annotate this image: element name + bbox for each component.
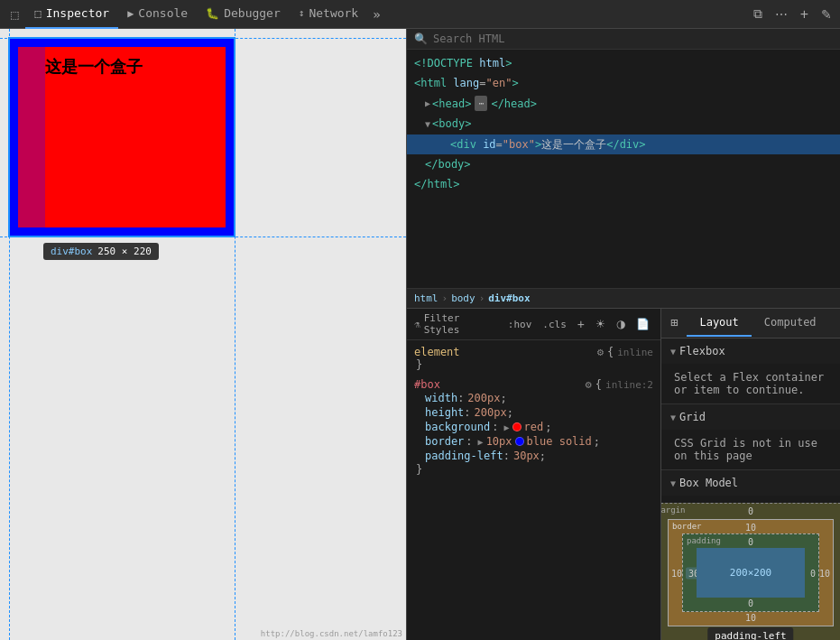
- element-size-badge: 250 × 220: [97, 246, 152, 257]
- grid-message: CSS Grid is not in use on this page: [674, 437, 817, 462]
- tab-layout[interactable]: Layout: [687, 310, 751, 337]
- flexbox-section: ▼ Flexbox Select a Flex container or ite…: [661, 339, 840, 404]
- margin-top-val[interactable]: 0: [748, 506, 753, 516]
- breadcrumb-divbox[interactable]: div#box: [488, 292, 530, 304]
- devtools-root: ⬚ ⬚ Inspector ▶ Console 🐛 Debugger ↕ Net…: [0, 0, 840, 640]
- flexbox-label: Flexbox: [679, 345, 725, 357]
- dark-mode-button[interactable]: ◑: [613, 316, 629, 332]
- rule-box: #box ⚙ { inline:2 width:200px;: [412, 378, 655, 476]
- watermark: http://blog.csdn.net/lamfo123: [261, 629, 402, 638]
- prop-border[interactable]: border: ▶ 10px blue solid ;: [412, 434, 655, 449]
- console-label: Console: [138, 6, 188, 20]
- background-expand-icon[interactable]: ▶: [503, 422, 509, 432]
- grid-body: CSS Grid is not in use on this page: [661, 430, 840, 469]
- prop-background[interactable]: background: ▶ red ;: [412, 420, 655, 434]
- breadcrumb-body[interactable]: body: [451, 292, 475, 304]
- prop-height[interactable]: height:200px;: [412, 405, 655, 420]
- bm-content-layer: 200×200: [697, 548, 805, 598]
- head-collapsed-icon: ⋯: [475, 96, 487, 111]
- padding-top-val[interactable]: 0: [748, 537, 753, 547]
- tree-line-html[interactable]: <html lang="en">: [407, 73, 840, 93]
- flexbox-header[interactable]: ▼ Flexbox: [661, 339, 840, 364]
- gear-icon[interactable]: ⚙: [597, 346, 604, 358]
- light-mode-button[interactable]: ☀: [592, 316, 609, 332]
- edit-button[interactable]: ✎: [817, 5, 836, 23]
- search-icon: 🔍: [414, 32, 428, 45]
- padding-right-val[interactable]: 0: [810, 568, 816, 578]
- grid-arrow-icon: ▼: [670, 413, 676, 422]
- tree-line-head[interactable]: ▶ <head> ⋯ </head>: [407, 94, 840, 114]
- tab-debugger[interactable]: 🐛 Debugger: [197, 0, 290, 29]
- tab-changes[interactable]: Changes: [829, 310, 840, 337]
- border-bottom-val[interactable]: 10: [745, 613, 756, 623]
- debugger-label: Debugger: [224, 6, 281, 20]
- pseudo-class-button[interactable]: :hov: [504, 317, 536, 332]
- box-model-label: Box Model: [679, 477, 738, 489]
- selector-box[interactable]: #box: [414, 378, 440, 391]
- class-button[interactable]: .cls: [539, 317, 570, 332]
- tab-network[interactable]: ↕ Network: [290, 0, 367, 29]
- layout-grid-icon-tab[interactable]: ⊞: [661, 309, 687, 338]
- background-color-dot[interactable]: [512, 422, 522, 431]
- right-panel: 🔍 <!DOCTYPE html> <html lang="en"> ▶: [406, 29, 840, 640]
- box-model-section: ▼ Box Model: [661, 470, 840, 640]
- rule-box-close: }: [412, 463, 655, 476]
- layout-content: ▼ Flexbox Select a Flex container or ite…: [661, 339, 840, 640]
- prop-padding-left[interactable]: padding-left:30px;: [412, 449, 655, 463]
- more-options-button[interactable]: ⋯: [771, 5, 792, 23]
- tree-line-doctype: <!DOCTYPE html>: [407, 53, 840, 73]
- prop-width[interactable]: width:200px;: [412, 391, 655, 405]
- grid-header[interactable]: ▼ Grid: [661, 404, 840, 430]
- new-window-button[interactable]: ⧉: [749, 5, 767, 23]
- network-icon: ↕: [299, 7, 305, 19]
- search-input[interactable]: [433, 32, 833, 45]
- tab-inspector[interactable]: ⬚ Inspector: [25, 0, 118, 29]
- doc-button[interactable]: 📄: [632, 316, 653, 332]
- main-content: 这是一个盒子 div#box 250 × 220 http://blog.csd…: [0, 29, 840, 640]
- element-name-badge: div#box: [51, 246, 92, 257]
- html-search-bar: 🔍: [407, 29, 840, 50]
- margin-layer-label: margin: [661, 506, 686, 515]
- border-right-val[interactable]: 10: [819, 568, 830, 578]
- tree-line-div[interactable]: <div id="box">这是一个盒子</div>: [407, 134, 840, 154]
- styles-layout-split: ⚗ Filter Styles :hov .cls + ☀ ◑ 📄: [407, 309, 840, 640]
- layout-panel: ⊞ Layout Computed Changes ▼ Flexbox: [661, 309, 840, 640]
- box-model-diagram: margin 0 0 0 0 border: [661, 496, 840, 640]
- tree-line-body[interactable]: ▼ <body>: [407, 114, 840, 134]
- box-model-header[interactable]: ▼ Box Model: [661, 470, 840, 496]
- rule-element-source: inline: [617, 347, 653, 358]
- more-tabs-button[interactable]: »: [367, 7, 385, 22]
- filter-label: Filter Styles: [424, 312, 497, 336]
- styles-panel: ⚗ Filter Styles :hov .cls + ☀ ◑ 📄: [407, 309, 661, 640]
- breadcrumb-html[interactable]: html: [414, 292, 438, 304]
- debugger-icon: 🐛: [206, 7, 219, 20]
- border-color-dot[interactable]: [515, 437, 524, 446]
- top-toolbar: ⬚ ⬚ Inspector ▶ Console 🐛 Debugger ↕ Net…: [0, 0, 840, 29]
- content-size: 200×200: [730, 567, 771, 579]
- box-text: 这是一个盒子: [45, 57, 143, 76]
- flexbox-arrow-icon: ▼: [670, 347, 676, 357]
- network-label: Network: [309, 6, 358, 20]
- console-icon: ▶: [127, 7, 134, 20]
- rule-box-source: inline:2: [605, 379, 653, 391]
- rule-box-open-brace: {: [595, 378, 602, 391]
- add-rule-btn[interactable]: +: [574, 315, 588, 333]
- box-element: 这是一个盒子: [9, 38, 235, 237]
- tab-computed[interactable]: Computed: [752, 310, 829, 337]
- rule-element-close: }: [412, 358, 655, 371]
- breadcrumb-bar: html › body › div#box: [407, 288, 840, 308]
- cursor-icon[interactable]: ⬚: [4, 7, 25, 22]
- border-expand-icon[interactable]: ▶: [478, 437, 484, 447]
- border-top-val[interactable]: 10: [745, 523, 756, 533]
- tab-console[interactable]: ▶ Console: [118, 0, 197, 29]
- selector-element[interactable]: element: [414, 346, 460, 358]
- border-left-val[interactable]: 10: [671, 568, 682, 578]
- add-rule-button[interactable]: +: [796, 5, 813, 24]
- tree-line-html-close[interactable]: </html>: [407, 174, 840, 194]
- tree-line-body-close[interactable]: </body>: [407, 154, 840, 174]
- padding-bottom-val[interactable]: 0: [748, 598, 753, 608]
- styles-toolbar: ⚗ Filter Styles :hov .cls + ☀ ◑ 📄: [407, 309, 660, 340]
- inspector-label: Inspector: [46, 6, 109, 20]
- styles-rules: element ⚙ { inline }: [407, 340, 660, 640]
- box-gear-icon[interactable]: ⚙: [586, 378, 592, 391]
